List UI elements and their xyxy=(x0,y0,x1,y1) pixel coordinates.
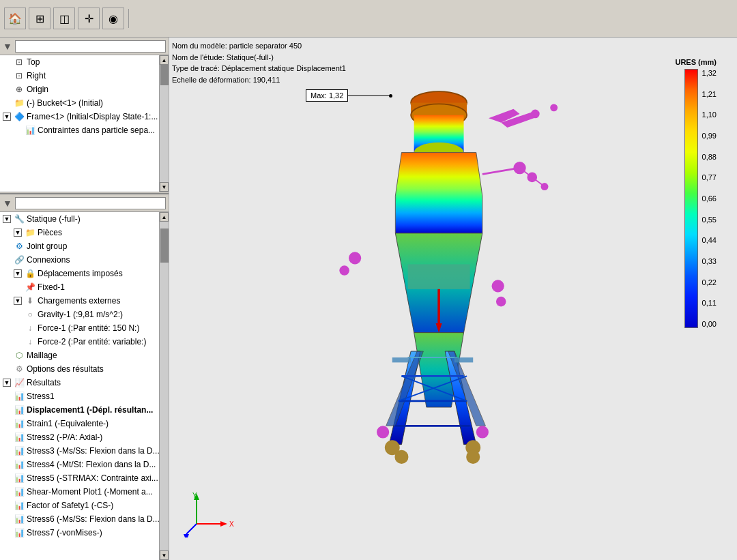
frame-icon: 🔷 xyxy=(14,111,25,122)
main-toolbar: 🏠 ⊞ ◫ ✛ ◉ xyxy=(0,0,737,38)
3d-viewport[interactable]: Nom du modèle: particle separator 450 No… xyxy=(169,38,737,560)
tree-bottom-section: ▼ ▼ 🔧 Statique (-full-) ▼ 📁 Pièces xyxy=(0,194,169,560)
tree-item-stress7-label: Stress7 (-vonMises-) xyxy=(27,528,102,537)
force1-icon: ↓ xyxy=(25,323,35,334)
tree-item-contraintes-label: Contraintes dans particle sepa... xyxy=(38,126,155,135)
svg-rect-28 xyxy=(454,357,473,362)
tree-bottom-filter-bar: ▼ xyxy=(0,194,169,212)
tree-item-origin[interactable]: ⊕ Origin xyxy=(0,83,159,96)
tree-item-stress1-label: Stress1 xyxy=(27,392,55,401)
shear-icon: 📊 xyxy=(14,486,25,497)
tree-item-pieces[interactable]: ▼ 📁 Pièces xyxy=(0,226,159,239)
stress2-icon: 📊 xyxy=(14,432,25,443)
tree-item-connexions[interactable]: 🔗 Connexions xyxy=(0,253,159,267)
tree-item-joint-label: Joint group xyxy=(27,241,67,251)
tree-item-stress4[interactable]: 📊 Stress4 (-Mt/St: Flexion dans la D... xyxy=(0,458,159,471)
tree-item-gravity[interactable]: ○ Gravity-1 (:9,81 m/s^2:) xyxy=(0,308,159,321)
scroll-down-btn[interactable]: ▼ xyxy=(160,182,169,192)
tree-item-stress5-label: Stress5 (-STRMAX: Contrainte axi... xyxy=(27,473,158,483)
tree-item-stress6[interactable]: 📊 Stress6 (-Ms/Ss: Flexion dans la D... xyxy=(0,512,159,526)
tree-item-deplacements-label: Déplacements imposés xyxy=(38,269,123,278)
tree-item-bucket[interactable]: 📁 (-) Bucket<1> (Initial) xyxy=(0,96,159,110)
legend-value: 0,66 xyxy=(702,194,717,203)
svg-point-25 xyxy=(466,450,480,464)
tree-item-force2-label: Force-2 (:Par entité: variable:) xyxy=(38,337,146,347)
tree-item-chargements[interactable]: ▼ ⬇ Chargements externes xyxy=(0,294,159,308)
tree-item-stress2[interactable]: 📊 Stress2 (-P/A: Axial-) xyxy=(0,430,159,444)
tree-top-section: ▼ ⊡ Top ⊡ Right ⊕ Origin xyxy=(0,38,169,194)
tree-bottom-content: ▼ 🔧 Statique (-full-) ▼ 📁 Pièces ⚙ Joint… xyxy=(0,212,159,560)
tree-item-stress3[interactable]: 📊 Stress3 (-Ms/Ss: Flexion dans la D... xyxy=(0,444,159,458)
tree-top-vscrollbar[interactable]: ▲ ▼ xyxy=(159,55,169,192)
svg-text:Y: Y xyxy=(192,492,197,499)
tree-item-shear[interactable]: 📊 Shear-Moment Plot1 (-Moment a... xyxy=(0,485,159,499)
tree-item-safety[interactable]: 📊 Factor of Safety1 (-CS-) xyxy=(0,499,159,512)
tree-item-displacement1[interactable]: 📊 Displacement1 (-Dépl. résultan... xyxy=(0,403,159,417)
expand-deplacements[interactable]: ▼ xyxy=(14,269,22,278)
tree-top-filter-input[interactable] xyxy=(15,40,166,53)
tree-expand-frame[interactable]: ▼ xyxy=(3,113,11,121)
legend-value: 1,10 xyxy=(702,110,717,119)
tree-item-top[interactable]: ⊡ Top xyxy=(0,55,159,69)
legend-labels: 1,321,211,100,990,880,770,660,550,440,33… xyxy=(702,69,717,328)
svg-rect-27 xyxy=(392,357,411,362)
expand-resultats[interactable]: ▼ xyxy=(3,379,11,387)
expand-statique[interactable]: ▼ xyxy=(3,215,11,223)
tree-item-fixed1[interactable]: 📌 Fixed-1 xyxy=(0,280,159,294)
tree-item-contraintes[interactable]: 📊 Contraintes dans particle sepa... xyxy=(0,123,159,137)
legend-value: 0,33 xyxy=(702,257,717,265)
scroll-thumb-bottom[interactable] xyxy=(160,229,169,263)
tree-item-right[interactable]: ⊡ Right xyxy=(0,69,159,83)
stress3-icon: 📊 xyxy=(14,445,25,456)
tree-item-force1[interactable]: ↓ Force-1 (:Par entité: 150 N:) xyxy=(0,321,159,335)
expand-pieces[interactable]: ▼ xyxy=(14,229,22,237)
expand-chargements[interactable]: ▼ xyxy=(14,297,22,305)
pieces-icon: 📁 xyxy=(25,227,35,238)
svg-point-29 xyxy=(492,280,504,292)
tree-item-right-label: Right xyxy=(27,71,46,80)
tree-item-stress7[interactable]: 📊 Stress7 (-vonMises-) xyxy=(0,526,159,540)
tree-bottom-vscrollbar[interactable]: ▲ ▼ xyxy=(159,212,169,560)
tree-item-stress5[interactable]: 📊 Stress5 (-STRMAX: Contrainte axi... xyxy=(0,471,159,485)
svg-point-24 xyxy=(394,450,408,464)
toolbar-panels-icon[interactable]: ◫ xyxy=(53,8,75,29)
legend-value: 0,22 xyxy=(702,278,717,286)
scroll-thumb[interactable] xyxy=(160,65,169,85)
tree-item-statique[interactable]: ▼ 🔧 Statique (-full-) xyxy=(0,212,159,226)
tree-top-wrapper: ⊡ Top ⊡ Right ⊕ Origin 📁 (-) Bucket<1> (… xyxy=(0,55,169,192)
tree-item-strain1[interactable]: 📊 Strain1 (-Equivalente-) xyxy=(0,417,159,430)
scroll-track[interactable] xyxy=(160,65,169,182)
tree-item-options[interactable]: ⚙ Options des résultats xyxy=(0,362,159,376)
tree-item-stress1[interactable]: 📊 Stress1 xyxy=(0,389,159,403)
tree-top-content: ⊡ Top ⊡ Right ⊕ Origin 📁 (-) Bucket<1> (… xyxy=(0,55,159,192)
legend-value: 0,00 xyxy=(702,320,717,328)
scroll-track-bottom[interactable] xyxy=(160,222,169,550)
tree-item-resultats[interactable]: ▼ 📈 Résultats xyxy=(0,376,159,389)
toolbar-circle-icon[interactable]: ◉ xyxy=(102,8,124,29)
joint-icon: ⚙ xyxy=(14,241,25,252)
scroll-up-btn[interactable]: ▲ xyxy=(160,55,169,65)
toolbar-home-icon[interactable]: 🏠 xyxy=(4,8,26,29)
tree-item-frame-label: Frame<1> (Initial<Display State-1:... xyxy=(27,112,158,121)
tree-item-frame[interactable]: ▼ 🔷 Frame<1> (Initial<Display State-1:..… xyxy=(0,110,159,123)
stress4-icon: 📊 xyxy=(14,459,25,470)
scroll-up-bottom-btn[interactable]: ▲ xyxy=(160,212,169,222)
resultats-icon: 📈 xyxy=(14,377,25,388)
legend-value: 0,77 xyxy=(702,173,717,181)
tree-item-joint[interactable]: ⚙ Joint group xyxy=(0,239,159,253)
stress6-icon: 📊 xyxy=(14,514,25,525)
gravity-icon: ○ xyxy=(25,309,35,320)
toolbar-grid-icon[interactable]: ⊞ xyxy=(29,8,50,29)
tree-item-deplacements[interactable]: ▼ 🔒 Déplacements imposés xyxy=(0,267,159,280)
stress5-icon: 📊 xyxy=(14,473,25,484)
tree-item-maillage[interactable]: ⬡ Maillage xyxy=(0,349,159,362)
color-legend: URES (mm) 1,321,211,100,990,880,770,660,… xyxy=(675,58,717,328)
svg-rect-12 xyxy=(408,264,470,289)
tree-item-force2[interactable]: ↓ Force-2 (:Par entité: variable:) xyxy=(0,335,159,349)
tree-bottom-filter-input[interactable] xyxy=(15,197,166,209)
scroll-down-bottom-btn[interactable]: ▼ xyxy=(160,550,169,560)
svg-point-11 xyxy=(339,265,349,276)
origin-icon: ⊕ xyxy=(14,84,25,95)
toolbar-crosshair-icon[interactable]: ✛ xyxy=(78,8,100,29)
svg-line-39 xyxy=(186,524,197,534)
